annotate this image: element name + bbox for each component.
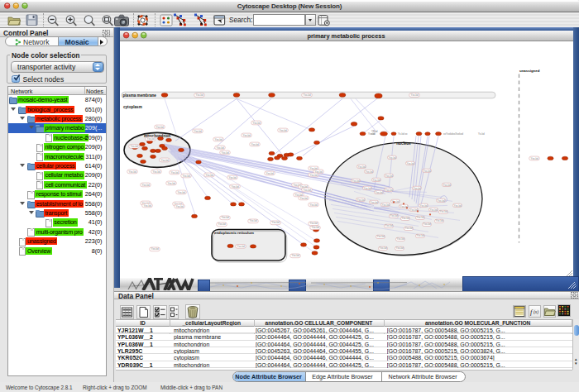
svg-text:plasma membrane: plasma membrane [123,93,157,98]
svg-text:Yxx-kd: Yxx-kd [128,170,136,173]
svg-text:(x): (x) [534,309,538,315]
svg-text:Yxx-kd: Yxx-kd [182,174,190,177]
svg-text:Yxx-kd: Yxx-kd [419,203,428,207]
svg-text:Yxx-kd: Yxx-kd [376,235,385,238]
svg-text:Yxx-kd: Yxx-kd [309,173,318,176]
svg-text:Yxx-kd: Yxx-kd [401,217,409,220]
svg-text:Yxx-kd: Yxx-kd [167,181,175,184]
svg-text:Yxx-kd: Yxx-kd [299,196,308,199]
svg-text:Yxx-kd: Yxx-kd [303,188,311,191]
svg-text:Yxx-kd: Yxx-kd [385,174,393,177]
svg-text:Yxx-kd: Yxx-kd [406,161,414,165]
svg-text:Yxx-kd: Yxx-kd [303,93,311,97]
svg-text:Yxx-kd: Yxx-kd [152,170,160,173]
svg-text:Yxx-kd: Yxx-kd [423,169,431,172]
svg-text:Yxx-kd: Yxx-kd [443,183,451,186]
svg-text:Yxx-kd: Yxx-kd [228,175,237,179]
svg-text:Yxx-kd: Yxx-kd [146,137,155,141]
svg-text:Yxx-kd: Yxx-kd [195,93,203,97]
svg-text:Yxx-kd: Yxx-kd [381,203,390,206]
svg-text:Yxx-kd: Yxx-kd [242,133,251,136]
svg-text:Yxx-kd: Yxx-kd [216,146,224,149]
svg-text:Yxx-kd: Yxx-kd [365,170,373,173]
svg-text:Yxx-kd: Yxx-kd [375,190,383,194]
svg-text:Yxx-kd: Yxx-kd [437,198,445,202]
svg-text:Yxx-kd: Yxx-kd [423,222,431,226]
svg-text:Yxx-kd: Yxx-kd [391,199,400,203]
svg-text:Yxx-kd: Yxx-kd [218,222,226,226]
svg-text:Yxx-kd: Yxx-kd [410,93,419,97]
svg-text:Yxx-kd: Yxx-kd [266,171,274,174]
svg-text:cytoplasm: cytoplasm [123,105,142,109]
svg-text:xxYxxkdxxXxxkxd: xxYxxkdxxXxxkxd [443,132,463,136]
svg-text:Yxx-kd: Yxx-kd [385,188,393,191]
svg-text:Yxx-kd: Yxx-kd [291,254,299,257]
svg-text:Yxx-kd: Yxx-kd [177,190,185,194]
svg-text:YRxd: YRxd [371,129,378,132]
svg-text:Yxx-kd: Yxx-kd [530,156,538,160]
svg-text:Yxx-kd: Yxx-kd [352,179,360,182]
svg-text:Yxx-kd: Yxx-kd [439,210,447,213]
svg-text:Yxx-kd: Yxx-kd [252,121,261,124]
svg-text:Yxx-kd: Yxx-kd [396,237,404,241]
svg-text:Yxx-kd: Yxx-kd [130,145,138,148]
svg-text:Yxx-kd: Yxx-kd [453,203,462,207]
svg-text:Yxx-kd: Yxx-kd [379,246,387,250]
svg-text:Yxx-kd: Yxx-kd [160,158,169,161]
svg-text:Yxx-kd: Yxx-kd [435,219,443,222]
svg-text:Yxx-kd: Yxx-kd [311,226,319,229]
svg-text:Yxx-kd: Yxx-kd [409,208,418,211]
svg-text:Yxx-kd: Yxx-kd [404,227,413,230]
svg-text:nucleus: nucleus [396,141,411,145]
svg-text:Yxx-kd: Yxx-kd [151,247,159,251]
svg-text:Yxx-kd: Yxx-kd [271,221,280,224]
svg-text:Yxx-kd: Yxx-kd [395,246,404,250]
svg-text:Yx-kd: Yx-kd [478,132,485,136]
svg-text:endoplasmic reticulum: endoplasmic reticulum [214,230,254,234]
svg-text:Yxx-kd: Yxx-kd [231,184,239,188]
svg-text:Yxx-kd: Yxx-kd [141,183,150,186]
svg-text:unassigned: unassigned [519,69,540,73]
svg-text:Yxx-kd: Yxx-kd [385,224,393,227]
svg-text:Yxx-kd: Yxx-kd [357,165,366,168]
svg-text:Yx-kd xx: Yx-kd xx [398,132,408,136]
svg-text:Yxx-kd: Yxx-kd [170,170,179,174]
svg-text:Yxx-kd: Yxx-kd [309,203,318,206]
svg-text:Yxx-kd: Yxx-kd [237,245,245,248]
svg-text:Yxx-kd: Yxx-kd [416,216,424,219]
svg-text:Yxx-kd: Yxx-kd [390,214,398,218]
svg-text:Yxx-kd: Yxx-kd [279,128,287,131]
svg-text:Yxx-kd: Yxx-kd [175,204,184,208]
svg-text:Yxx-kd: Yxx-kd [205,173,213,176]
svg-text:Yxx-kd: Yxx-kd [194,129,202,132]
svg-text:Yxx-kd: Yxx-kd [221,151,229,154]
svg-text:Yxx-kd: Yxx-kd [156,125,164,128]
svg-text:Yxx-kd: Yxx-kd [309,222,318,225]
svg-text:Yxx-kd: Yxx-kd [251,142,259,146]
svg-text:Yxx-kd: Yxx-kd [363,186,371,189]
svg-text:Yxx-kd: Yxx-kd [214,137,223,141]
svg-text:Yxx-kd: Yxx-kd [143,203,151,207]
svg-text:xkd: xkd [371,132,376,136]
svg-text:Yxx-kd: Yxx-kd [370,200,378,203]
svg-text:Yxx-kd: Yxx-kd [356,198,365,201]
svg-text:Yxx-kd: Yxx-kd [388,155,396,159]
svg-text:Yxx-kd: Yxx-kd [429,208,438,211]
svg-text:Yxx-kd: Yxx-kd [416,234,424,237]
svg-text:Yxx-kd: Yxx-kd [413,186,421,189]
svg-text:Yxx-kd: Yxx-kd [372,178,380,181]
svg-text:Yxx-kd: Yxx-kd [249,219,257,222]
svg-text:Yxx-kd: Yxx-kd [221,216,229,219]
